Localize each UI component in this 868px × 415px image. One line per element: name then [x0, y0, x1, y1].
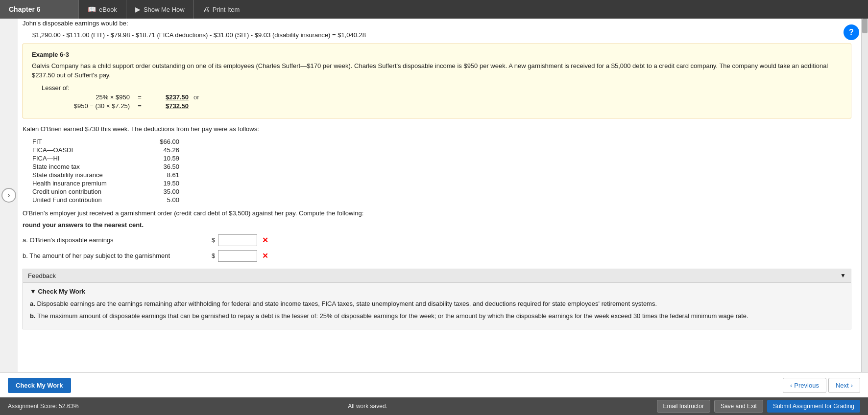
deduction-health-insurance-label: Health insurance premium: [32, 180, 140, 187]
feedback-header[interactable]: Feedback ▼: [23, 269, 851, 283]
example-box: Example 6-3 Galvis Company has a child s…: [23, 44, 851, 118]
deduction-health-insurance-value: 19.50: [140, 180, 179, 187]
john-disposable-text: John's disposable earnings would be:: [23, 19, 851, 28]
john-formula: $1,290.00 - $111.00 (FIT) - $79.98 - $18…: [32, 31, 851, 39]
deduction-united-fund-label: United Fund contribution: [32, 196, 140, 204]
calc-val-2: $732.50: [149, 102, 189, 110]
deduction-fit-value: $66.00: [140, 138, 179, 145]
all-work-saved: All work saved.: [89, 403, 647, 410]
tab-print-item[interactable]: 🖨 Print Item: [193, 0, 249, 19]
answer-b-label: b. The amount of her pay subject to the …: [23, 252, 209, 259]
previous-label: Previous: [794, 382, 819, 389]
answer-row-b: b. The amount of her pay subject to the …: [23, 250, 851, 262]
deduction-state-disability-label: State disability insurance: [32, 171, 140, 179]
chevron-left-icon: ‹: [790, 382, 792, 389]
help-button[interactable]: ?: [844, 24, 859, 40]
feedback-box: Feedback ▼ ▼ Check My Work a. Disposable…: [23, 269, 851, 329]
problem-intro: Kalen O'Brien earned $730 this week. The…: [23, 124, 851, 135]
example-body: Galvis Company has a child support order…: [32, 61, 842, 80]
feedback-chevron-icon: ▼: [840, 272, 846, 279]
round-text: round your answers to the nearest cent.: [23, 221, 851, 229]
deduction-fica-hi-label: FICA—HI: [32, 155, 140, 162]
nav-buttons: ‹ Previous Next ›: [783, 378, 860, 393]
print-icon: 🖨: [203, 5, 210, 13]
submit-assignment-button[interactable]: Submit Assignment for Grading: [767, 400, 860, 413]
next-label: Next: [836, 382, 849, 389]
deduction-health-insurance: Health insurance premium 19.50: [32, 180, 851, 187]
answer-b-input[interactable]: [218, 250, 257, 262]
email-instructor-button[interactable]: Email Instructor: [657, 400, 710, 413]
example-title: Example 6-3: [32, 51, 842, 58]
deduction-state-disability-value: 8.61: [140, 171, 179, 179]
calc-expr-2: $950 − (30 × $7.25): [42, 102, 130, 110]
deduction-fica-oasdi-value: 45.26: [140, 146, 179, 154]
tab-ebook[interactable]: 📖 eBook: [78, 0, 126, 19]
deduction-state-income-tax-value: 36.50: [140, 163, 179, 170]
calc-or-1: or: [193, 93, 199, 101]
calc-row-1: 25% × $950 = $237.50 or: [42, 93, 842, 101]
lesser-of-section: Lesser of: 25% × $950 = $237.50 or $950 …: [42, 84, 842, 110]
deduction-fit-label: FIT: [32, 138, 140, 145]
deductions-table: FIT $66.00 FICA—OASDI 45.26 FICA—HI 10.5…: [32, 138, 851, 204]
expand-arrow-button[interactable]: ›: [1, 188, 16, 203]
status-bar: Assignment Score: 52.63% All work saved.…: [0, 397, 868, 415]
content-area: John's disposable earnings would be: $1,…: [18, 19, 861, 372]
check-my-work-button[interactable]: Check My Work: [8, 378, 71, 393]
chapter-title: Chapter 6: [0, 0, 78, 19]
dollar-sign-a: $: [212, 236, 215, 244]
chevron-right-icon: ›: [851, 382, 853, 389]
deduction-fica-hi-value: 10.59: [140, 155, 179, 162]
deduction-fica-oasdi: FICA—OASDI 45.26: [32, 146, 851, 154]
scrollbar-thumb[interactable]: [862, 19, 868, 33]
answer-row-a: a. O'Brien's disposable earnings $ ✕: [23, 234, 851, 246]
feedback-item-b: b. The maximum amount of disposable earn…: [30, 311, 844, 321]
calc-val-1: $237.50: [149, 93, 189, 101]
feedback-item-a: a. Disposable earnings are the earnings …: [30, 299, 844, 309]
answer-b-error-icon: ✕: [262, 252, 268, 260]
deduction-united-fund: United Fund contribution 5.00: [32, 196, 851, 204]
tab-show-me-how-label: Show Me How: [144, 6, 185, 13]
previous-button[interactable]: ‹ Previous: [783, 378, 826, 393]
garnish-text: O'Brien's employer just received a garni…: [23, 208, 851, 218]
calc-expr-1: 25% × $950: [42, 93, 130, 101]
answer-a-input[interactable]: [218, 234, 257, 246]
scrollbar[interactable]: [861, 19, 868, 372]
play-icon: ▶: [135, 5, 141, 13]
assignment-score: Assignment Score: 52.63%: [8, 403, 79, 410]
top-bar: Chapter 6 📖 eBook ▶ Show Me How 🖨 Print …: [0, 0, 868, 19]
bottom-bar: Check My Work ‹ Previous Next ›: [0, 372, 868, 397]
calc-eq-1: =: [135, 93, 145, 101]
feedback-item-a-text: Disposable earnings are the earnings rem…: [37, 300, 657, 307]
feedback-title: Feedback: [28, 272, 56, 279]
deduction-credit-union-label: Credit union contribution: [32, 188, 140, 195]
main-layout: › John's disposable earnings would be: $…: [0, 19, 868, 372]
tab-show-me-how[interactable]: ▶ Show Me How: [126, 0, 193, 19]
calc-row-2: $950 − (30 × $7.25) = $732.50: [42, 102, 842, 110]
deduction-credit-union-value: 35.00: [140, 188, 179, 195]
calc-eq-2: =: [135, 102, 145, 110]
check-my-work-title: ▼ Check My Work: [30, 288, 844, 295]
tab-ebook-label: eBook: [99, 6, 117, 13]
feedback-item-b-key: b.: [30, 312, 36, 320]
side-arrow-container: ›: [0, 19, 18, 372]
dollar-sign-b: $: [212, 252, 215, 259]
deduction-credit-union: Credit union contribution 35.00: [32, 188, 851, 195]
feedback-item-a-key: a.: [30, 300, 35, 307]
deduction-state-income-tax-label: State income tax: [32, 163, 140, 170]
save-and-exit-button[interactable]: Save and Exit: [714, 400, 763, 413]
deduction-state-disability: State disability insurance 8.61: [32, 171, 851, 179]
answer-a-label: a. O'Brien's disposable earnings: [23, 236, 209, 244]
answer-a-error-icon: ✕: [262, 236, 268, 245]
feedback-content: ▼ Check My Work a. Disposable earnings a…: [23, 283, 851, 329]
deduction-united-fund-value: 5.00: [140, 196, 179, 204]
lesser-of-label: Lesser of:: [42, 84, 842, 92]
ebook-icon: 📖: [88, 5, 96, 13]
deduction-fit: FIT $66.00: [32, 138, 851, 145]
status-actions: Email Instructor Save and Exit Submit As…: [657, 400, 860, 413]
deduction-fica-hi: FICA—HI 10.59: [32, 155, 851, 162]
deduction-fica-oasdi-label: FICA—OASDI: [32, 146, 140, 154]
next-button[interactable]: Next ›: [828, 378, 860, 393]
deduction-state-income-tax: State income tax 36.50: [32, 163, 851, 170]
feedback-item-b-text: The maximum amount of disposable earning…: [37, 312, 748, 320]
tab-print-item-label: Print Item: [213, 6, 240, 13]
